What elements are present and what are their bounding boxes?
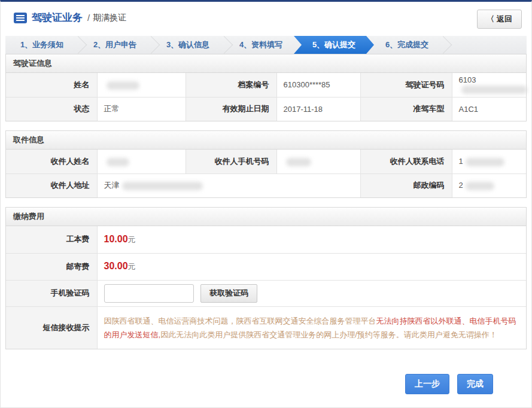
sms-code-input[interactable] xyxy=(104,284,194,303)
field-value-recipient-mobile xyxy=(276,150,360,173)
page-subtitle: 期满换证 xyxy=(93,13,126,23)
step-4-fill-data[interactable]: 4、资料填写 xyxy=(224,36,297,54)
value-text: 天津 xyxy=(104,181,120,190)
field-value-recipient-name xyxy=(97,150,186,173)
field-label-mailing-fee: 邮寄费 xyxy=(6,253,97,280)
redacted-value xyxy=(461,86,527,94)
value-text: 2 xyxy=(459,181,463,190)
section-title: 取件信息 xyxy=(6,131,526,150)
field-label-name: 姓名 xyxy=(6,73,97,97)
previous-step-button[interactable]: 上一步 xyxy=(405,374,449,394)
field-label-recipient-address: 收件人地址 xyxy=(6,173,97,197)
fee-unit: 元 xyxy=(128,235,136,244)
table-row: 手机验证码 获取验证码 xyxy=(6,280,526,306)
redacted-value xyxy=(122,182,203,190)
step-label: 5、确认提交 xyxy=(312,39,355,50)
fees-table: 工本费 10.00元 邮寄费 30.00元 手机验证码 获取验证码 短信接收提示… xyxy=(6,226,526,349)
field-label-sms-notice: 短信接收提示 xyxy=(6,306,97,349)
license-info-table: 姓名 档案编号 610300****85 驾驶证号码 6103 状态 正常 有效… xyxy=(6,73,526,121)
step-label: 3、确认信息 xyxy=(166,39,209,50)
value-text: 1 xyxy=(459,157,463,166)
finish-button[interactable]: 完成 xyxy=(457,374,493,394)
redacted-value xyxy=(466,182,494,190)
field-label-production-fee: 工本费 xyxy=(6,226,97,253)
field-label-postal-code: 邮政编码 xyxy=(360,173,452,197)
section-pickup-info: 取件信息 收件人姓名 收件人手机号码 收件人联系电话 1 收件人地址 天津 邮政… xyxy=(5,130,527,198)
step-label: 2、用户申告 xyxy=(93,39,136,50)
field-value-valid-until: 2017-11-18 xyxy=(276,97,360,121)
field-value-vehicle-type: A1C1 xyxy=(452,97,526,121)
table-row: 姓名 档案编号 610300****85 驾驶证号码 6103 xyxy=(6,73,526,97)
step-1-notice[interactable]: 1、业务须知 xyxy=(5,36,78,54)
field-label-sms-code: 手机验证码 xyxy=(6,280,97,306)
table-row: 工本费 10.00元 xyxy=(6,226,526,253)
field-value-name xyxy=(97,73,186,97)
field-value-recipient-address: 天津 xyxy=(97,173,360,197)
step-5-confirm-submit-active[interactable]: 5、确认提交 xyxy=(294,36,374,54)
value-text: 6103 xyxy=(459,75,476,84)
step-progress-bar: 1、业务须知 2、用户申告 3、确认信息 4、资料填写 5、确认提交 6、完成提… xyxy=(5,36,527,54)
field-label-vehicle-type: 准驾车型 xyxy=(360,97,452,121)
back-button-label: 返回 xyxy=(497,14,512,23)
section-title: 缴纳费用 xyxy=(6,208,526,226)
table-row: 短信接收提示 因陕西省联通、电信运营商技术问题，陕西省互联网交通安全综合服务管理… xyxy=(6,306,526,349)
redacted-value xyxy=(286,158,311,166)
fee-unit: 元 xyxy=(128,262,136,271)
sms-notice-text: 因陕西省联通、电信运营商技术问题，陕西省互联网交通安全综合服务管理平台无法向持陕… xyxy=(97,306,526,349)
fee-amount: 10.00 xyxy=(104,234,128,244)
section-title: 驾驶证信息 xyxy=(6,54,526,73)
fee-amount: 30.00 xyxy=(104,261,128,271)
field-value-postal-code: 2 xyxy=(452,173,526,197)
section-license-info: 驾驶证信息 姓名 档案编号 610300****85 驾驶证号码 6103 状态… xyxy=(5,54,527,121)
step-separator-chevron xyxy=(434,36,452,54)
field-sms-code: 获取验证码 xyxy=(97,280,526,306)
step-label: 1、业务须知 xyxy=(20,39,63,50)
field-label-valid-until: 有效期止日期 xyxy=(186,97,276,121)
field-label-recipient-name: 收件人姓名 xyxy=(6,150,97,173)
step-label: 4、资料填写 xyxy=(239,39,282,50)
get-sms-code-button[interactable]: 获取验证码 xyxy=(200,284,257,303)
field-value-file-number: 610300****85 xyxy=(276,73,360,97)
section-fees: 缴纳费用 工本费 10.00元 邮寄费 30.00元 手机验证码 获取验证码 短… xyxy=(5,207,527,349)
field-label-recipient-phone: 收件人联系电话 xyxy=(360,150,452,173)
page-container: 驾驶证业务 / 期满换证 〈返回 1、业务须知 2、用户申告 3、确认信息 4、… xyxy=(0,0,532,408)
breadcrumb-separator: / xyxy=(87,13,90,23)
table-row: 邮寄费 30.00元 xyxy=(6,253,526,280)
table-row: 收件人地址 天津 邮政编码 2 xyxy=(6,173,526,197)
notice-text-part3: 因此无法向此类用户提供陕西省交通管理业务的网上办理/预约等服务。请此类用户避免无… xyxy=(160,330,497,339)
back-button[interactable]: 〈返回 xyxy=(477,10,522,29)
license-list-icon xyxy=(14,13,27,23)
field-value-license-number: 6103 xyxy=(452,73,526,97)
pickup-info-table: 收件人姓名 收件人手机号码 收件人联系电话 1 收件人地址 天津 邮政编码 2 xyxy=(6,150,526,197)
footer-actions: 上一步 完成 xyxy=(1,358,531,394)
step-label: 6、完成提交 xyxy=(385,39,428,50)
field-value-mailing-fee: 30.00元 xyxy=(97,253,526,280)
back-chevron-icon: 〈 xyxy=(487,14,494,23)
field-label-license-number: 驾驶证号码 xyxy=(360,73,452,97)
field-value-recipient-phone: 1 xyxy=(452,150,526,173)
field-label-recipient-mobile: 收件人手机号码 xyxy=(186,150,276,173)
field-value-status: 正常 xyxy=(97,97,186,121)
redacted-value xyxy=(107,81,139,90)
notice-text-part1: 因陕西省联通、电信运营商技术问题，陕西省互联网交通安全综合服务管理平台 xyxy=(104,316,376,325)
step-6-complete[interactable]: 6、完成提交 xyxy=(370,36,443,54)
table-row: 状态 正常 有效期止日期 2017-11-18 准驾车型 A1C1 xyxy=(6,97,526,121)
field-label-status: 状态 xyxy=(6,97,97,121)
redacted-value xyxy=(466,158,504,166)
field-value-production-fee: 10.00元 xyxy=(97,226,526,253)
redacted-value xyxy=(107,158,129,166)
header: 驾驶证业务 / 期满换证 〈返回 xyxy=(1,2,531,32)
table-row: 收件人姓名 收件人手机号码 收件人联系电话 1 xyxy=(6,150,526,173)
step-2-declaration[interactable]: 2、用户申告 xyxy=(78,36,151,54)
page-title: 驾驶证业务 xyxy=(32,11,83,25)
field-label-file-number: 档案编号 xyxy=(186,73,276,97)
step-3-confirm-info[interactable]: 3、确认信息 xyxy=(151,36,224,54)
